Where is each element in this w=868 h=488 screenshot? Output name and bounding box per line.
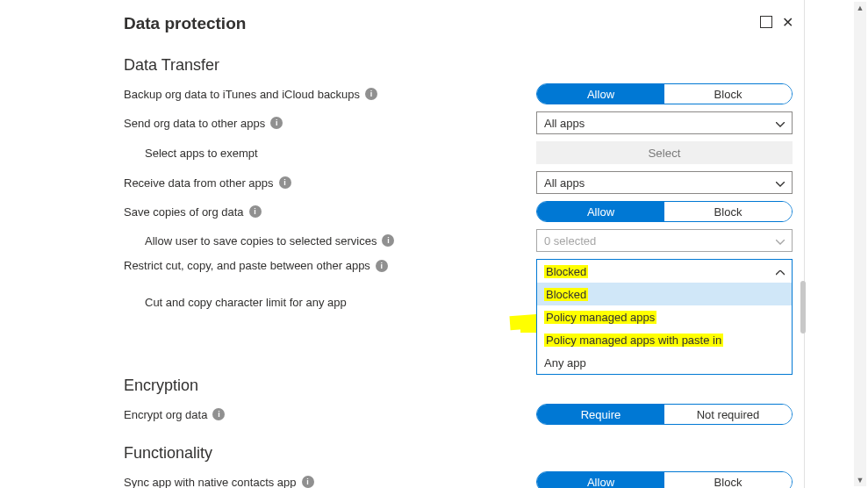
info-icon[interactable]: i <box>270 117 283 129</box>
chevron-down-icon <box>776 234 785 248</box>
section-functionality: Functionality <box>124 444 795 463</box>
toggle-require[interactable]: Require <box>537 405 664 424</box>
dropdown-selected[interactable]: Blocked <box>537 260 792 283</box>
label-save-selected: Allow user to save copies to selected se… <box>145 234 377 248</box>
maximize-icon[interactable] <box>760 16 772 28</box>
info-icon[interactable]: i <box>376 260 388 272</box>
chevron-up-icon <box>776 265 785 278</box>
info-icon[interactable]: i <box>365 88 377 100</box>
settings-panel: ✕ Data protection Data Transfer Backup o… <box>115 0 805 488</box>
scroll-down-arrow[interactable]: ▼ <box>854 474 866 486</box>
label-sync: Sync app with native contacts app <box>124 476 297 489</box>
toggle-allow[interactable]: Allow <box>537 472 664 488</box>
label-exempt: Select apps to exempt <box>145 147 258 160</box>
row-save-selected: Allow user to save copies to selected se… <box>124 226 795 255</box>
toggle-allow[interactable]: Allow <box>537 202 664 221</box>
label-send-other: Send org data to other apps <box>124 117 265 130</box>
toggle-block[interactable]: Block <box>664 472 792 488</box>
toggle-block[interactable]: Block <box>664 84 792 104</box>
row-receive: Receive data from other apps i All apps <box>124 168 795 197</box>
toggle-backup[interactable]: Allow Block <box>536 83 793 104</box>
label-restrict: Restrict cut, copy, and paste between ot… <box>124 259 370 272</box>
chevron-down-icon <box>776 117 785 130</box>
dropdown-value: Blocked <box>544 265 588 278</box>
panel-scrollbar[interactable] <box>792 0 806 488</box>
dropdown-option-policy-paste[interactable]: Policy managed apps with paste in <box>537 328 792 351</box>
dropdown-list: Blocked Policy managed apps Policy manag… <box>537 283 792 374</box>
scroll-up-arrow[interactable]: ▲ <box>854 2 866 14</box>
select-exempt-button[interactable]: Select <box>536 141 793 164</box>
toggle-block[interactable]: Block <box>664 202 792 221</box>
window-scrollbar[interactable]: ▲ ▼ <box>854 2 866 486</box>
chevron-down-icon <box>776 176 785 190</box>
scrollbar-thumb[interactable] <box>800 281 806 334</box>
toggle-sync[interactable]: Allow Block <box>536 471 793 488</box>
toggle-encrypt[interactable]: Require Not required <box>536 404 793 425</box>
label-encrypt: Encrypt org data <box>124 408 207 421</box>
dropdown-receive[interactable]: All apps <box>536 171 793 194</box>
toggle-save-copies[interactable]: Allow Block <box>536 201 793 222</box>
dropdown-value: All apps <box>544 117 585 130</box>
dropdown-option-anyapp[interactable]: Any app <box>537 351 792 374</box>
dropdown-save-selected[interactable]: 0 selected <box>536 229 793 252</box>
label-save-copies: Save copies of org data <box>124 205 244 219</box>
row-backup: Backup org data to iTunes and iCloud bac… <box>124 80 795 108</box>
label-receive: Receive data from other apps <box>124 176 274 190</box>
toggle-not-required[interactable]: Not required <box>664 405 792 424</box>
label-backup: Backup org data to iTunes and iCloud bac… <box>124 88 360 101</box>
section-data-transfer: Data Transfer <box>124 56 795 75</box>
section-encryption: Encryption <box>124 377 795 395</box>
toggle-allow[interactable]: Allow <box>537 84 664 104</box>
info-icon[interactable]: i <box>382 234 394 247</box>
row-save-copies: Save copies of org data i Allow Block <box>124 197 795 226</box>
info-icon[interactable]: i <box>249 205 262 218</box>
scrollbar-track[interactable] <box>854 14 866 474</box>
row-send-other: Send org data to other apps i All apps <box>124 108 795 138</box>
page-title: Data protection <box>115 0 804 40</box>
row-sync: Sync app with native contacts app i Allo… <box>124 468 795 488</box>
row-exempt: Select apps to exempt Select <box>124 138 795 168</box>
info-icon[interactable]: i <box>279 176 291 189</box>
dropdown-option-policy[interactable]: Policy managed apps <box>537 305 792 328</box>
dropdown-value: 0 selected <box>544 234 596 248</box>
row-restrict: Restrict cut, copy, and paste between ot… <box>124 255 795 378</box>
dropdown-option-blocked[interactable]: Blocked <box>537 283 792 305</box>
dropdown-restrict[interactable]: Blocked Blocked Policy managed apps Poli… <box>536 259 793 375</box>
dropdown-send-other[interactable]: All apps <box>536 111 793 134</box>
info-icon[interactable]: i <box>212 408 225 420</box>
info-icon[interactable]: i <box>302 476 314 488</box>
dropdown-value: All apps <box>544 176 585 190</box>
row-encrypt: Encrypt org data i Require Not required <box>124 400 795 428</box>
